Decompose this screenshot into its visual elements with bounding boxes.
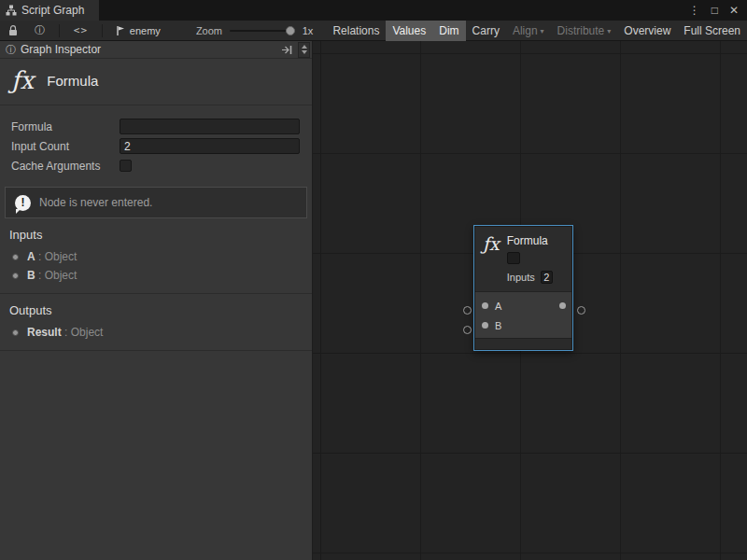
chevron-down-icon: ▾ [607, 27, 611, 35]
node-inputs-label: Inputs [507, 272, 535, 283]
outputs-section: Outputs Result : Object [0, 294, 312, 351]
formula-field-row: Formula [0, 117, 312, 136]
warning-box: ! Node is never entered. [5, 187, 307, 218]
port-type: Object [45, 250, 78, 263]
node-ports: A B [475, 291, 571, 338]
graph-inspector-panel: ⓘ Graph Inspector ƒx Formula Formula Inp… [0, 41, 313, 560]
input-port-a[interactable] [482, 302, 488, 309]
output-port-result[interactable] [559, 302, 566, 309]
external-port-circle-a[interactable] [463, 306, 472, 315]
distribute-label: Distribute [557, 24, 605, 37]
full-screen-button[interactable]: Full Screen [677, 21, 747, 41]
output-port-row-result: Result : Object [0, 323, 312, 342]
inspector-node-title: Formula [47, 73, 98, 89]
formula-fx-icon: ƒx [11, 68, 34, 92]
type-separator: : [35, 269, 45, 282]
align-label: Align [513, 24, 538, 37]
zoom-label: Zoom [196, 25, 222, 36]
overview-button[interactable]: Overview [617, 21, 677, 41]
formula-node-header[interactable]: ƒx Formula Inputs 2 [475, 227, 571, 291]
node-formula-input[interactable] [507, 252, 520, 264]
flag-icon [116, 25, 125, 36]
formula-node[interactable]: ƒx Formula Inputs 2 A [473, 225, 573, 351]
step-down-icon[interactable] [302, 50, 307, 54]
chevron-down-icon: ▾ [541, 27, 544, 35]
tab-label: Script Graph [21, 4, 84, 17]
script-graph-icon [6, 5, 17, 16]
port-type: Object [45, 269, 78, 282]
formula-fx-icon: ƒx [483, 234, 500, 284]
warning-text: Node is never entered. [39, 196, 152, 209]
input-port-row-a: A : Object [0, 247, 312, 266]
zoom-value: 1x [303, 25, 314, 36]
formula-field-label: Formula [11, 120, 120, 133]
external-port-circle-result[interactable] [577, 306, 585, 315]
node-inspector-heading: ƒx Formula [0, 59, 312, 105]
inspector-header: ⓘ Graph Inspector [0, 41, 312, 59]
type-separator: : [35, 250, 45, 263]
dim-button[interactable]: Dim [432, 21, 465, 41]
inputs-section: Inputs A : Object B : Object [0, 218, 312, 294]
inspector-title: Graph Inspector [21, 43, 101, 56]
title-bar: Script Graph ⋮ □ ✕ [0, 0, 747, 21]
info-icon[interactable]: ⓘ [26, 21, 53, 41]
input-count-label: Input Count [11, 140, 120, 153]
toolbar-divider [59, 24, 60, 37]
input-port-row-b: B : Object [0, 266, 312, 285]
external-port-circle-b[interactable] [463, 326, 472, 334]
port-label: A [495, 301, 501, 312]
scroll-stepper[interactable] [298, 42, 310, 58]
inspector-fields: Formula Input Count Cache Arguments [0, 105, 312, 177]
cache-arguments-label: Cache Arguments [11, 160, 120, 173]
window-controls: ⋮ □ ✕ [689, 4, 747, 17]
formula-input[interactable] [120, 119, 300, 134]
tab-script-graph[interactable]: Script Graph [0, 0, 99, 21]
warning-icon: ! [15, 195, 31, 211]
port-label: B [495, 320, 501, 331]
node-inputs-count[interactable]: 2 [541, 271, 553, 284]
window-menu-icon[interactable]: ⋮ [689, 4, 700, 17]
inputs-section-header: Inputs [0, 228, 312, 242]
port-name: A [27, 250, 35, 263]
code-icon[interactable]: <> [65, 21, 96, 41]
breadcrumb-enemy[interactable]: enemy [108, 21, 168, 41]
node-footer [475, 338, 571, 349]
lock-icon[interactable] [0, 21, 26, 41]
port-dot-icon [12, 254, 19, 260]
port-dot-icon [12, 273, 19, 279]
port-dot-icon [12, 329, 19, 336]
relations-button[interactable]: Relations [326, 21, 386, 41]
input-count-input[interactable] [120, 138, 300, 154]
input-port-b[interactable] [482, 322, 488, 329]
node-port-row-a: A [475, 296, 571, 315]
breadcrumb-label: enemy [130, 25, 161, 36]
values-button[interactable]: Values [386, 21, 432, 41]
info-icon: ⓘ [6, 43, 16, 57]
port-name: B [27, 269, 35, 282]
window-maximize-icon[interactable]: □ [712, 4, 718, 17]
graph-toolbar: ⓘ <> enemy Zoom 1x Relations Values Dim … [0, 21, 747, 41]
input-count-field-row: Input Count [0, 136, 312, 156]
window-close-icon[interactable]: ✕ [729, 4, 739, 17]
port-type: Object [71, 326, 104, 339]
step-up-icon[interactable] [302, 45, 307, 49]
distribute-button[interactable]: Distribute▾ [551, 21, 618, 41]
outputs-section-header: Outputs [0, 303, 312, 317]
node-title: Formula [507, 234, 553, 247]
node-port-row-b: B [475, 315, 571, 335]
cache-arguments-checkbox[interactable] [120, 160, 132, 172]
toolbar-buttons: Relations Values Dim Carry Align▾ Distri… [326, 21, 747, 41]
carry-button[interactable]: Carry [466, 21, 506, 41]
zoom-knob[interactable] [286, 26, 295, 35]
type-separator: : [62, 326, 71, 339]
cache-arguments-field-row: Cache Arguments [0, 156, 312, 175]
dock-arrow-icon[interactable] [281, 45, 293, 55]
zoom-slider[interactable] [230, 30, 295, 32]
port-name: Result [27, 326, 62, 339]
toolbar-divider [102, 24, 103, 37]
align-button[interactable]: Align▾ [506, 21, 551, 41]
graph-canvas[interactable]: ƒx Formula Inputs 2 A [313, 41, 747, 560]
